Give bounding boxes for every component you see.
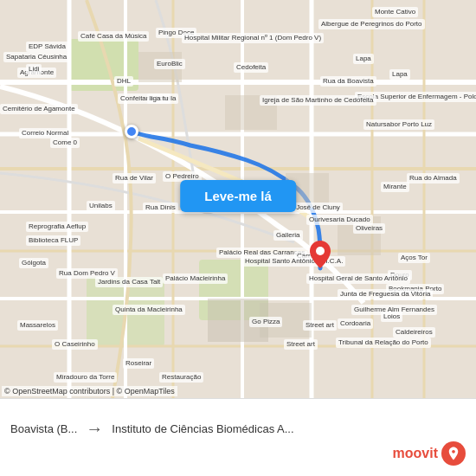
map-attribution: © OpenStreetMap contributors | © OpenMap… <box>2 386 177 396</box>
map-label: Rua da Boavista <box>320 76 376 87</box>
map-label: EDP Sávida <box>26 42 68 52</box>
map-label: Mirante <box>381 182 409 192</box>
map-label: Rua Dinis <box>143 203 178 213</box>
map-label: Lapa <box>353 54 374 64</box>
map-label: Junta de Freguesia da Vitória <box>338 289 433 299</box>
app-container: Monte CativoAlbergue de Peregrinos do Po… <box>0 0 476 476</box>
map-label: Correio Normal <box>19 128 71 138</box>
map-label: Cedofeita <box>234 62 268 73</box>
map-label: DHL <box>114 76 133 87</box>
map-label: Unilabs <box>87 201 115 211</box>
map-label: Natursabor Porto Luz <box>363 119 434 130</box>
map-label: Monte Cativo <box>372 7 418 17</box>
map-label: EuroBlic <box>154 59 185 69</box>
route-arrow-icon: → <box>86 419 103 439</box>
map-label: Caldeireiros <box>393 327 435 338</box>
map-label: Street art <box>303 320 337 331</box>
map-label: Miradouro da Torre <box>54 372 117 383</box>
map-label: Oliveiras <box>353 223 385 234</box>
map-label: Rua de Vilar <box>113 173 156 183</box>
map-label: Ourivesaria Ducado <box>306 215 373 225</box>
destination-marker <box>310 241 331 268</box>
origin-marker <box>125 125 138 138</box>
map-label: Come 0 <box>50 138 80 148</box>
route-to-label: Instituto de Ciências Biomédicas A... <box>112 422 466 435</box>
map-label: Cemitério de Agamonte <box>0 104 78 114</box>
map-label: Reprografia Aeflup <box>26 222 88 232</box>
map-label: Palácio Macleirinha <box>163 273 228 284</box>
map-label: liga tu <box>147 93 170 104</box>
map-label: Tribunal da Relação do Porto <box>336 338 431 348</box>
moovit-text: moovit <box>393 446 438 461</box>
map-label: Roseirar <box>123 358 154 369</box>
map-label: Go Pizza <box>249 317 282 327</box>
map-label: Hospital Militar Regional nº 1 (Dom Pedr… <box>182 33 324 43</box>
map-label: Street art <box>284 339 318 350</box>
map-label: Albergue de Peregrinos do Porto <box>318 19 425 29</box>
route-from-label: Boavista (B... <box>10 422 77 435</box>
moovit-logo: moovit <box>393 441 466 466</box>
map-label: Massarelos <box>17 320 58 331</box>
svg-point-24 <box>316 247 325 255</box>
map-label: Gólgota <box>19 258 48 268</box>
bottom-bar: Boavista (B... → Instituto de Ciências B… <box>0 398 476 476</box>
map-label: Igreja de São Martinho de Cedofeita <box>260 95 376 106</box>
map-area[interactable]: Monte CativoAlbergue de Peregrinos do Po… <box>0 0 476 398</box>
map-label: Quinta da Macleirinha <box>113 305 185 315</box>
map-label: Aços Tor <box>398 253 430 263</box>
map-label: Biblioteca FLUP <box>26 235 80 246</box>
navigate-button[interactable]: Leve-me lá <box>180 180 296 212</box>
map-label: Cordoaria <box>338 318 373 329</box>
map-label: Lapa <box>389 69 410 80</box>
map-label: Jardins da Casa Talt <box>95 277 163 287</box>
map-label: Rua do Almada <box>407 173 460 183</box>
map-label: Sapataria Céusinha <box>3 52 69 62</box>
map-label: Café Casa da Música <box>78 31 149 42</box>
map-label: Restauração <box>159 372 203 383</box>
map-label: Hospital Geral de Santo Antônio <box>306 273 410 284</box>
map-label: O Caseirinho <box>52 339 98 350</box>
map-label: Loios <box>381 312 402 322</box>
map-label: Galleria <box>273 230 303 241</box>
map-label: Lidi <box>26 64 42 74</box>
moovit-icon <box>441 441 466 466</box>
